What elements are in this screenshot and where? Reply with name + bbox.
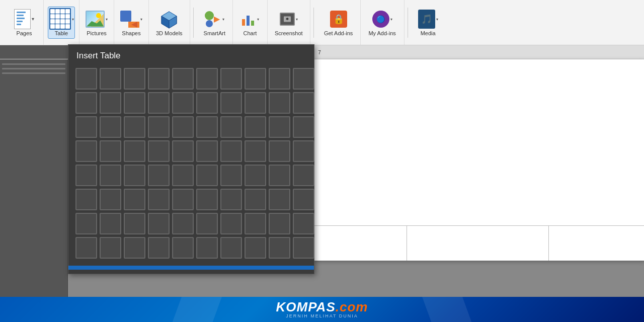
grid-cell-2-3[interactable] (148, 116, 170, 138)
grid-cell-0-3[interactable] (148, 68, 170, 90)
grid-cell-2-8[interactable] (269, 116, 290, 138)
grid-cell-6-4[interactable] (172, 213, 194, 234)
grid-cell-4-2[interactable] (124, 165, 145, 186)
grid-cell-2-9[interactable] (293, 116, 314, 138)
grid-cell-6-8[interactable] (269, 213, 290, 234)
grid-cell-7-3[interactable] (148, 237, 170, 259)
grid-cell-5-4[interactable] (172, 189, 194, 210)
grid-cell-1-9[interactable] (293, 92, 314, 114)
grid-cell-2-6[interactable] (220, 116, 242, 138)
grid-cell-7-2[interactable] (124, 237, 145, 259)
grid-cell-0-5[interactable] (196, 68, 218, 90)
grid-cell-2-1[interactable] (100, 116, 121, 138)
grid-cell-4-5[interactable] (196, 165, 218, 186)
grid-cell-4-0[interactable] (75, 165, 97, 186)
grid-cell-0-6[interactable] (220, 68, 242, 90)
grid-cell-0-8[interactable] (269, 68, 290, 90)
grid-cell-3-1[interactable] (100, 140, 121, 162)
grid-cell-3-4[interactable] (172, 140, 194, 162)
grid-cell-2-4[interactable] (172, 116, 194, 138)
grid-cell-3-3[interactable] (148, 140, 170, 162)
screenshot-button[interactable]: ▾ Screenshot (272, 7, 306, 38)
grid-cell-5-3[interactable] (148, 189, 170, 210)
grid-cell-0-0[interactable] (75, 68, 97, 90)
grid-cell-2-2[interactable] (124, 116, 145, 138)
grid-cell-3-9[interactable] (293, 140, 314, 162)
grid-cell-2-5[interactable] (196, 116, 218, 138)
grid-cell-1-5[interactable] (196, 92, 218, 114)
grid-cell-3-2[interactable] (124, 140, 145, 162)
pages-dropdown-arrow: ▾ (32, 16, 34, 22)
grid-cell-4-4[interactable] (172, 165, 194, 186)
grid-cell-0-2[interactable] (124, 68, 145, 90)
grid-cell-7-8[interactable] (269, 237, 290, 259)
get-addins-button[interactable]: 🔒 Get Add-ins (321, 7, 356, 38)
grid-cell-4-9[interactable] (293, 165, 314, 186)
doc-table-cell-3 (549, 226, 644, 261)
grid-cell-6-3[interactable] (148, 213, 170, 234)
grid-cell-6-5[interactable] (196, 213, 218, 234)
dropdown-bottom-bar (68, 266, 314, 270)
my-addins-button[interactable]: 🔵 ▾ My Add-ins (365, 7, 400, 38)
grid-cell-4-7[interactable] (245, 165, 266, 186)
grid-cell-1-1[interactable] (100, 92, 121, 114)
chart-button[interactable]: ▾ Chart (237, 7, 263, 38)
pages-icon-area: ▾ (14, 9, 34, 29)
grid-cell-6-7[interactable] (245, 213, 266, 234)
3d-models-button[interactable]: 3D Models (153, 7, 186, 38)
pages-button[interactable]: ▾ Pages (9, 7, 39, 38)
grid-cell-6-0[interactable] (75, 213, 97, 234)
grid-cell-1-8[interactable] (269, 92, 290, 114)
pages-section: ▾ Pages (5, 0, 44, 45)
grid-cell-6-6[interactable] (220, 213, 242, 234)
grid-cell-1-0[interactable] (75, 92, 97, 114)
pictures-button[interactable]: ▾ Pictures (84, 7, 110, 38)
grid-cell-0-1[interactable] (100, 68, 121, 90)
grid-cell-5-5[interactable] (196, 189, 218, 210)
grid-cell-1-3[interactable] (148, 92, 170, 114)
grid-cell-1-6[interactable] (220, 92, 242, 114)
grid-cell-5-8[interactable] (269, 189, 290, 210)
media-button[interactable]: 🎵 ▾ Media (415, 7, 441, 38)
grid-cell-7-5[interactable] (196, 237, 218, 259)
shapes-button[interactable]: ▾ Shapes (118, 7, 144, 38)
grid-cell-6-2[interactable] (124, 213, 145, 234)
grid-cell-2-0[interactable] (75, 116, 97, 138)
grid-cell-7-4[interactable] (172, 237, 194, 259)
grid-cell-0-4[interactable] (172, 68, 194, 90)
grid-cell-6-1[interactable] (100, 213, 121, 234)
grid-cell-4-8[interactable] (269, 165, 290, 186)
grid-cell-7-0[interactable] (75, 237, 97, 259)
grid-cell-3-0[interactable] (75, 140, 97, 162)
grid-cell-0-7[interactable] (245, 68, 266, 90)
smartart-button[interactable]: ▶ ▾ SmartArt (201, 7, 228, 38)
grid-cell-1-7[interactable] (245, 92, 266, 114)
grid-cell-5-7[interactable] (245, 189, 266, 210)
grid-cell-0-9[interactable] (293, 68, 314, 90)
grid-cell-3-5[interactable] (196, 140, 218, 162)
grid-cell-5-2[interactable] (124, 189, 145, 210)
grid-cell-5-9[interactable] (293, 189, 314, 210)
toolbar-divider-1 (193, 8, 194, 38)
grid-cell-7-7[interactable] (245, 237, 266, 259)
left-panel-lines (0, 59, 67, 78)
grid-cell-2-7[interactable] (245, 116, 266, 138)
grid-cell-7-6[interactable] (220, 237, 242, 259)
grid-cell-3-8[interactable] (269, 140, 290, 162)
grid-cell-4-1[interactable] (100, 165, 121, 186)
grid-cell-6-9[interactable] (293, 213, 314, 234)
grid-cell-4-3[interactable] (148, 165, 170, 186)
grid-cell-7-9[interactable] (293, 237, 314, 259)
get-addins-label: Get Add-ins (324, 30, 353, 36)
media-dropdown-arrow: ▾ (436, 17, 438, 22)
grid-cell-7-1[interactable] (100, 237, 121, 259)
grid-cell-5-6[interactable] (220, 189, 242, 210)
table-button[interactable]: ▾ Table (48, 7, 75, 39)
grid-cell-5-0[interactable] (75, 189, 97, 210)
grid-cell-3-7[interactable] (245, 140, 266, 162)
grid-cell-4-6[interactable] (220, 165, 242, 186)
grid-cell-5-1[interactable] (100, 189, 121, 210)
grid-cell-3-6[interactable] (220, 140, 242, 162)
grid-cell-1-4[interactable] (172, 92, 194, 114)
grid-cell-1-2[interactable] (124, 92, 145, 114)
